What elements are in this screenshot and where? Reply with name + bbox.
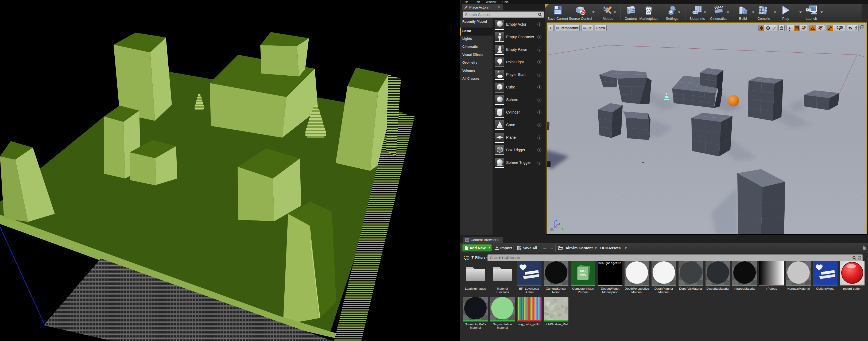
svg-text:X=1: X=1 <box>580 269 586 273</box>
svg-text:Y: Y <box>562 227 564 230</box>
svg-text:?: ? <box>551 228 553 231</box>
svg-text:Z: Z <box>555 220 557 223</box>
svg-text:Y=5: Y=5 <box>580 273 586 277</box>
svg-text:X: X <box>558 223 560 225</box>
